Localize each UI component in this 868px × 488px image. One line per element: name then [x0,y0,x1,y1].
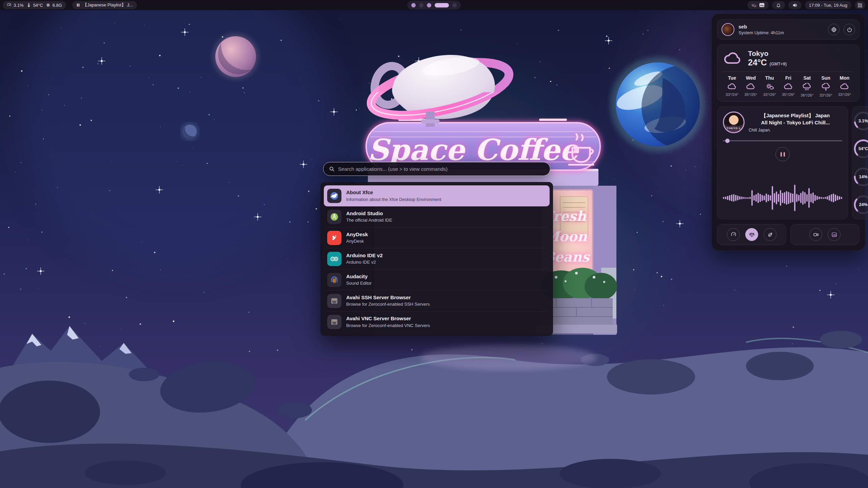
system-gauges-card: 3.1% 54°C 14% 24% [852,106,868,219]
workspace-3[interactable] [427,3,431,7]
seek-track [723,140,842,141]
forecast-row: Tue 33°/24° Wed 35°/25° Thu 33°/26° Fri [723,75,854,97]
tools-card [790,224,860,245]
pink-planet [213,34,258,79]
scales-icon [749,232,755,238]
video-camera-icon [813,232,819,238]
result-desc: Information about the Xfce Desktop Envir… [346,197,441,202]
user-name: seb [738,24,824,29]
weather-city: Tokyo [748,49,787,58]
forecast-day: Sun 33°/26° [817,75,835,97]
forecast-day: Mon 33°/26° [835,75,854,97]
search-input[interactable] [338,166,545,172]
track-title-line2: All Night - Tokyo LoFi Chill... [749,119,842,126]
cpu-stat: 3.1% [7,3,24,8]
media-player-card: TOKYO L 【Japanese Playlist】 Japan All Ni… [717,106,848,219]
result-about-xfce[interactable]: About Xfce Information about the Xfce De… [324,185,550,206]
result-android-studio[interactable]: Android Studio The official Android IDE [324,206,550,227]
workspace-1[interactable] [411,3,416,7]
systray-pill [747,1,769,9]
powersave-mode-button[interactable] [764,228,776,241]
rain-icon [802,83,812,91]
balanced-mode-button[interactable] [745,228,758,241]
memory-gauge: 14% [852,166,868,188]
ethernet-icon [327,294,341,308]
clock: 17:09 - Tue, 19 Aug [809,3,847,8]
result-avahi-vnc[interactable]: Avahi VNC Server Browser Browse for Zero… [324,311,550,332]
notifications-pill[interactable] [772,1,785,9]
weather-temp: 24°C [748,58,767,67]
album-art: TOKYO L [723,111,745,133]
result-avahi-ssh[interactable]: Avahi SSH Server Browser Browse for Zero… [324,290,550,311]
system-uptime: System Uptime: 4h11m [738,30,824,35]
volume-pill[interactable] [788,1,802,9]
leaf-icon [767,232,773,238]
seek-bar[interactable] [723,139,842,143]
speedometer-icon [7,3,12,7]
track-title-line1: 【Japanese Playlist】 Japan [749,112,842,119]
pause-icon [781,152,782,157]
bell-icon [776,3,781,8]
screen-record-button[interactable] [809,228,822,241]
audacity-icon [327,273,341,287]
dashboard-panel: seb System Uptime: 4h11m Tokyo 24°C (GMT… [711,14,865,251]
small-planet [182,123,198,140]
system-stats-pill[interactable]: 3.1% 54°C 6.8G [3,1,66,9]
performance-mode-button[interactable] [727,228,740,241]
seek-knob[interactable] [725,139,730,143]
top-panel: 3.1% 54°C 6.8G 【Japanese Playlist】 J... [0,0,868,10]
workspace-indicator [407,1,461,9]
result-name: About Xfce [346,189,373,195]
wallpaper-tray-icon[interactable] [759,3,765,7]
arduino-icon [327,252,341,266]
result-audacity[interactable]: Audacity Sound Editor [324,269,550,290]
workspace-2[interactable] [419,3,423,7]
memory-icon [46,3,51,7]
wallpaper-button[interactable] [828,228,841,241]
divider [723,72,854,72]
temperature-gauge: 54°C [852,138,868,160]
disk-gauge: 24% [852,194,868,216]
mode-toggle-card [717,224,786,245]
result-anydesk[interactable]: AnyDesk AnyDesk [324,227,550,248]
search-results: About Xfce Information about the Xfce De… [320,182,553,336]
weather-card: Tokyo 24°C (GMT+9) Tue 33°/24° Wed [717,44,860,102]
clock-pill[interactable]: 17:09 - Tue, 19 Aug [805,1,851,9]
search-box[interactable] [323,162,550,176]
partly-sunny-icon [765,83,774,90]
storm-icon [821,83,831,91]
weather-timezone: (GMT+9) [770,62,787,66]
ethernet-icon [327,315,341,329]
forecast-day: Tue 33°/24° [723,75,741,97]
picture-icon [831,232,837,238]
xfce-icon [327,189,341,203]
workspace-4-active[interactable] [435,3,449,7]
workspace-5[interactable] [452,3,457,7]
temp-stat: 54°C [26,3,43,8]
search-icon [329,166,335,172]
power-button[interactable] [844,24,855,35]
anydesk-icon [327,231,341,245]
app-grid-pill[interactable] [855,1,865,9]
now-playing-text: 【Japanese Playlist】 J... [83,2,133,8]
network-icon[interactable] [751,3,756,8]
now-playing-pill[interactable]: 【Japanese Playlist】 J... [72,1,137,9]
thermometer-icon [26,3,31,7]
cloud-icon [746,83,755,90]
settings-button[interactable] [828,24,840,35]
track-artist: Chill Japan. [749,128,842,133]
volume-icon [792,3,797,8]
forecast-day: Fri 35°/26° [779,75,797,97]
cloud-icon [784,83,793,90]
gear-icon [831,27,837,33]
pause-button[interactable] [775,147,790,161]
forecast-day: Thu 33°/26° [761,75,779,97]
audio-visualizer [723,182,842,214]
result-arduino[interactable]: Arduino IDE v2 Arduino IDE v2 [324,248,550,269]
pause-icon [76,3,80,7]
cpu-gauge: 3.1% [852,110,868,132]
android-studio-icon [327,210,341,224]
forecast-day: Sat 36°/26° [798,75,816,97]
avatar [722,23,734,36]
cloud-icon [840,83,849,90]
